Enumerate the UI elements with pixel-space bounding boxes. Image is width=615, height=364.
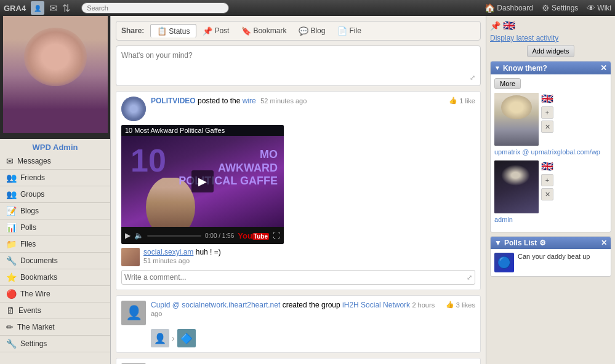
politvideo-avatar [121, 97, 146, 121]
expand-icon[interactable]: ⤢ [470, 74, 475, 82]
video-time: 0:00 / 1:56 [205, 232, 234, 239]
sidebar-username[interactable]: WPD Admin [0, 139, 110, 153]
person-card-admin: 🇬🇧 + ✕ admin [494, 160, 607, 223]
friends-nav-icon: 👥 [6, 173, 17, 183]
sidebar: WPD Admin ✉ Messages 👥 Friends 👥 Groups … [0, 16, 111, 364]
video-title: 10 Most Awkward Political Gaffes [121, 125, 284, 136]
polls-gear-icon[interactable]: ⚙ [539, 239, 546, 247]
video-controls: ▶ 🔈 0:00 / 1:56 YouTube ⛶ [121, 227, 284, 244]
rs-topbar: 📌 🇬🇧 [490, 20, 611, 31]
youtube-logo: YouTube [238, 231, 269, 240]
settings-nav-icon: 🔧 [6, 339, 17, 349]
member-icons: 👤 › 🔷 [151, 329, 475, 347]
friends-icon[interactable]: ⇅ [62, 2, 70, 14]
polls-close-button[interactable]: ✕ [601, 239, 607, 247]
settings-link[interactable]: ⚙ Settings [542, 3, 578, 13]
admin-add-button[interactable]: + [541, 174, 553, 186]
feed-item-partial: 👤 nailignr @ www.lignrfm.com created the… [116, 358, 481, 364]
sidebar-item-blogs[interactable]: 📝 Blogs [0, 203, 110, 220]
sidebar-item-friends[interactable]: 👥 Friends [0, 170, 110, 186]
upmatrix-x-button[interactable]: ✕ [541, 121, 553, 133]
comment-avatar [121, 248, 140, 266]
upmatrix-add-button[interactable]: + [541, 106, 553, 119]
add-widgets-button[interactable]: Add widgets [527, 45, 575, 57]
tab-status[interactable]: 📋 Status [150, 24, 196, 38]
pin-icon[interactable]: 📌 [490, 21, 500, 31]
sidebar-item-wire[interactable]: 🔴 The Wire [0, 286, 110, 303]
topbar: GRA4 👤 ✉ ⇅ 🏠 Dashboard ⚙ Settings 👁 Wiki [0, 0, 615, 16]
search-input[interactable] [81, 2, 229, 14]
profile-image [3, 16, 108, 133]
documents-nav-icon: 🔧 [6, 256, 17, 266]
poll-text[interactable]: Can your daddy beat up [518, 253, 590, 260]
know-them-header: ▼ Know them? ✕ [491, 61, 611, 74]
sidebar-item-bookmarks[interactable]: ⭐ Bookmarks [0, 269, 110, 286]
bookmarks-nav-icon: ⭐ [6, 272, 17, 282]
video-progress-bar[interactable] [147, 235, 201, 237]
member-icon-2: 🔷 [177, 329, 196, 347]
video-thumbnail[interactable]: 10 MOAWKWARDPOLITICAL GAFFE ▶ [121, 136, 284, 227]
cupid-user-link[interactable]: Cupid @ socialnetwork.iheart2heart.net [151, 301, 280, 309]
wiki-link[interactable]: 👁 Wiki [587, 3, 611, 13]
comment-user-link[interactable]: social.sexyi.am [143, 248, 193, 256]
politvideo-text: POLITVIDEO posted to the wire 52 minutes… [151, 97, 444, 105]
share-bar: Share: 📋 Status 📌 Post 🔖 Bookmark 💬 Blog… [116, 21, 481, 41]
bookmark-tab-icon: 🔖 [241, 26, 251, 36]
wire-link[interactable]: wire [243, 97, 256, 105]
close-widget-button[interactable]: ✕ [600, 63, 607, 73]
share-label: Share: [121, 26, 144, 35]
settings-icon: ⚙ [542, 3, 550, 13]
flag-icon: 🇬🇧 [503, 20, 515, 31]
polls-widget: ▼ Polls List ⚙ ✕ 🔵 Can your daddy beat u… [490, 236, 611, 277]
video-embed: 10 Most Awkward Political Gaffes 10 MOAW… [121, 125, 284, 244]
person-card-upmatrix: 🇬🇧 + ✕ upmatrix @ upmatrixglobal.com/wp [494, 93, 607, 156]
sidebar-item-messages[interactable]: ✉ Messages [0, 153, 110, 170]
sidebar-item-polls[interactable]: 📊 Polls [0, 220, 110, 236]
upmatrix-name[interactable]: upmatrix @ upmatrixglobal.com/wp [494, 148, 607, 156]
group-likes[interactable]: 👍 3 likes [446, 301, 475, 309]
upmatrix-flag: 🇬🇧 [541, 93, 607, 105]
search-box [81, 2, 229, 14]
sidebar-item-files[interactable]: 📁 Files [0, 236, 110, 253]
admin-x-button[interactable]: ✕ [541, 188, 553, 200]
sidebar-item-groups[interactable]: 👥 Groups [0, 186, 110, 203]
status-textarea[interactable] [119, 49, 478, 71]
sidebar-item-documents[interactable]: 🔧 Documents [0, 253, 110, 269]
volume-button[interactable]: 🔈 [134, 231, 143, 240]
tab-blog[interactable]: 💬 Blog [292, 25, 331, 38]
member-icon-1: 👤 [151, 329, 169, 347]
messages-icon[interactable]: ✉ [49, 2, 57, 14]
right-sidebar: 📌 🇬🇧 Display latest activity Add widgets… [486, 16, 615, 364]
group-like-icon: 👍 [446, 301, 454, 309]
sidebar-item-settings[interactable]: 🔧 Settings [0, 336, 110, 352]
play-pause-button[interactable]: ▶ [125, 231, 131, 240]
wiki-icon: 👁 [587, 3, 595, 13]
comment-item: social.sexyi.am huh ! =) 51 minutes ago [121, 248, 475, 266]
play-button[interactable]: ▶ [191, 170, 214, 192]
like-button[interactable]: 👍 1 like [449, 97, 475, 105]
tab-post[interactable]: 📌 Post [196, 25, 235, 38]
main-content: Share: 📋 Status 📌 Post 🔖 Bookmark 💬 Blog… [111, 16, 486, 364]
tab-file[interactable]: 📄 File [331, 25, 367, 38]
polls-body: 🔵 Can your daddy beat up [491, 249, 611, 276]
admin-flag: 🇬🇧 [541, 160, 607, 172]
user-avatar-small[interactable]: 👤 [31, 1, 44, 15]
tab-bookmark[interactable]: 🔖 Bookmark [235, 25, 292, 38]
admin-name[interactable]: admin [494, 216, 607, 223]
sidebar-item-events[interactable]: 🗓 Events [0, 303, 110, 319]
group-link[interactable]: iH2H Social Network [342, 301, 410, 309]
sidebar-item-market[interactable]: ✏ The Market [0, 319, 110, 336]
display-activity-link[interactable]: Display latest activity [490, 34, 558, 42]
sidebar-market-label: The Market [17, 323, 55, 331]
profile-area [0, 16, 110, 139]
status-tab-icon: 📋 [157, 26, 167, 36]
fullscreen-button[interactable]: ⛶ [273, 231, 280, 240]
comment-input-wrap: ⤢ [121, 270, 475, 285]
dashboard-link[interactable]: 🏠 Dashboard [484, 3, 533, 13]
comment-input[interactable] [124, 273, 467, 282]
blogs-nav-icon: 📝 [6, 206, 17, 216]
post-tab-icon: 📌 [203, 26, 212, 36]
more-button[interactable]: More [494, 78, 521, 89]
politvideo-user-link[interactable]: POLITVIDEO [151, 97, 196, 105]
polls-header: ▼ Polls List ⚙ ✕ [491, 237, 611, 249]
